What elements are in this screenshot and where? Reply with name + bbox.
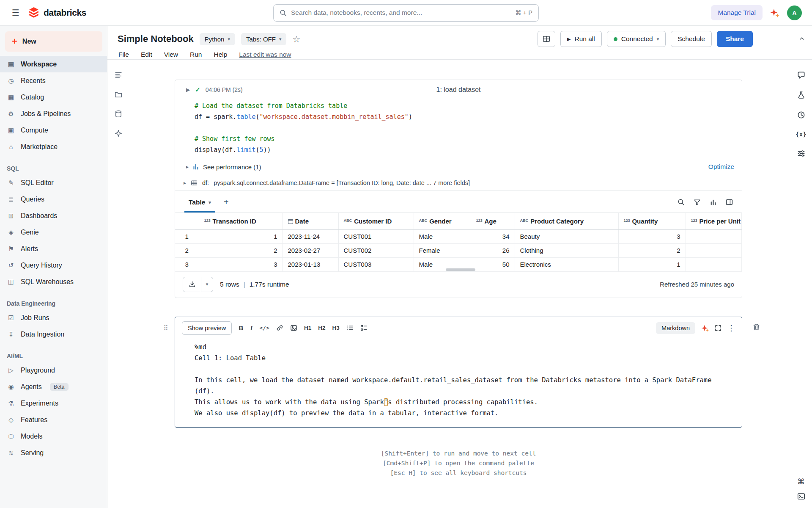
- assistant-sparkle-icon[interactable]: [770, 8, 779, 17]
- table-row[interactable]: 2 2 2023-02-27 CUST002: [175, 243, 742, 257]
- favorite-star-icon[interactable]: ☆: [292, 35, 300, 44]
- column-header[interactable]: 123Transaction ID: [199, 213, 283, 229]
- filter-button[interactable]: [690, 196, 704, 209]
- table-row[interactable]: 1 1 2023-11-24 CUST001: [175, 229, 742, 243]
- bullet-list-button[interactable]: [346, 324, 354, 331]
- drag-handle-icon[interactable]: ⠿: [163, 324, 168, 332]
- code-format-button[interactable]: </>: [260, 325, 269, 331]
- sidebar-item[interactable]: Dashboards: [0, 207, 107, 224]
- sidebar-item[interactable]: Recents: [0, 72, 107, 89]
- assistant-sparkle-icon[interactable]: [701, 324, 709, 332]
- tab-table[interactable]: Table ▾: [184, 195, 215, 213]
- search-results-button[interactable]: [674, 196, 688, 209]
- menu-item[interactable]: View: [164, 51, 178, 58]
- sidebar-item[interactable]: SQL Editor: [0, 174, 107, 191]
- italic-button[interactable]: I: [250, 324, 252, 332]
- sidebar-item[interactable]: Experiments: [0, 395, 107, 411]
- new-button[interactable]: + New: [5, 31, 102, 52]
- sidebar-item[interactable]: Job Runs: [0, 309, 107, 326]
- column-header[interactable]: ABCCustomer ID: [338, 213, 414, 229]
- horizontal-scrollbar[interactable]: [446, 268, 475, 271]
- sidebar-item[interactable]: Genie: [0, 224, 107, 240]
- column-header[interactable]: ABCGender: [414, 213, 471, 229]
- notebook-title[interactable]: Simple Notebook: [118, 33, 194, 44]
- version-history-button[interactable]: [797, 111, 805, 119]
- databricks-logo[interactable]: databricks: [28, 7, 86, 19]
- cell-mode-selector[interactable]: Markdown: [656, 322, 695, 334]
- collapse-panel-button[interactable]: [798, 35, 805, 42]
- sidebar-item[interactable]: Models: [0, 428, 107, 444]
- menu-item[interactable]: Run: [190, 51, 202, 58]
- sidebar-item[interactable]: SQL Warehouses: [0, 273, 107, 290]
- see-performance-row[interactable]: ▸ See performance (1) Optimize: [175, 161, 742, 175]
- download-options-button[interactable]: ▾: [201, 277, 213, 292]
- menu-item[interactable]: Help: [214, 51, 227, 58]
- folder-icon[interactable]: [115, 91, 122, 98]
- column-chart-button[interactable]: [706, 196, 720, 209]
- layout-view-button[interactable]: [538, 31, 555, 47]
- sidebar-item[interactable]: Queries: [0, 191, 107, 207]
- column-header[interactable]: 123Quantity: [618, 213, 686, 229]
- search-input[interactable]: [291, 9, 511, 17]
- heading1-button[interactable]: H1: [304, 325, 311, 331]
- cell-menu-button[interactable]: ⋮: [727, 323, 735, 333]
- link-button[interactable]: [276, 324, 283, 331]
- panel-layout-button[interactable]: [722, 196, 736, 209]
- menu-item[interactable]: File: [118, 51, 129, 58]
- comments-button[interactable]: [797, 71, 805, 79]
- sidebar-item[interactable]: Serving: [0, 444, 107, 461]
- column-header[interactable]: 123Price per Unit: [686, 213, 742, 229]
- assistant-icon[interactable]: [115, 130, 122, 137]
- sidebar-item[interactable]: Alerts: [0, 240, 107, 257]
- run-cell-button[interactable]: ▶: [186, 87, 190, 93]
- expand-cell-button[interactable]: [715, 325, 721, 331]
- cell-title[interactable]: 1: load dataset: [436, 86, 481, 94]
- environment-button[interactable]: [797, 149, 805, 157]
- user-avatar[interactable]: A: [787, 6, 802, 20]
- column-header[interactable]: ABCProduct Category: [515, 213, 618, 229]
- add-visualization-button[interactable]: +: [224, 197, 229, 210]
- last-edit-link[interactable]: Last edit was now: [239, 51, 291, 58]
- run-all-button[interactable]: ▶ Run all: [560, 31, 602, 47]
- heading3-button[interactable]: H3: [332, 325, 340, 331]
- bold-button[interactable]: B: [239, 324, 243, 332]
- column-header[interactable]: 123Age: [471, 213, 515, 229]
- sidebar-item[interactable]: Catalog: [0, 89, 107, 105]
- tabs-toggle[interactable]: Tabs: OFF ▾: [241, 33, 287, 45]
- sidebar-item[interactable]: Marketplace: [0, 138, 107, 155]
- terminal-panel-button[interactable]: [797, 492, 805, 500]
- task-list-button[interactable]: [360, 324, 368, 331]
- language-selector[interactable]: Python ▾: [200, 33, 235, 45]
- sidebar-item[interactable]: Workspace: [0, 56, 107, 72]
- show-preview-button[interactable]: Show preview: [182, 321, 232, 335]
- code-editor[interactable]: # Load the dataset from Databricks table…: [175, 99, 742, 161]
- global-search[interactable]: ⌘ + P: [273, 4, 539, 22]
- heading2-button[interactable]: H2: [318, 325, 325, 331]
- column-header[interactable]: Date: [283, 213, 338, 229]
- delete-cell-button[interactable]: [752, 323, 760, 331]
- catalog-icon[interactable]: [115, 110, 122, 118]
- sidebar-item[interactable]: Jobs & Pipelines: [0, 105, 107, 122]
- cluster-connect-button[interactable]: Connected ▾: [607, 31, 666, 47]
- schedule-button[interactable]: Schedule: [671, 31, 712, 47]
- menu-item[interactable]: Edit: [141, 51, 152, 58]
- sidebar-item[interactable]: Agents Beta: [0, 378, 107, 395]
- variables-button[interactable]: {x}: [796, 131, 806, 138]
- experiments-button[interactable]: [797, 91, 805, 99]
- keyboard-shortcuts-button[interactable]: ⌘: [797, 478, 805, 486]
- markdown-editor[interactable]: %md Cell 1: Load Table In this cell, we …: [175, 339, 742, 427]
- manage-trial-button[interactable]: Manage Trial: [711, 5, 763, 20]
- sidebar-item[interactable]: Data Ingestion: [0, 326, 107, 342]
- see-performance-label[interactable]: See performance (1): [203, 163, 261, 171]
- share-button[interactable]: Share: [717, 31, 753, 47]
- sidebar-item[interactable]: Query History: [0, 257, 107, 273]
- sidebar-item[interactable]: Features: [0, 411, 107, 428]
- hamburger-menu-icon[interactable]: ☰: [12, 8, 19, 18]
- optimize-link[interactable]: Optimize: [708, 163, 734, 171]
- dataframe-summary-row[interactable]: ▸ df: pyspark.sql.connect.dataframe.Data…: [175, 175, 742, 191]
- sidebar-item[interactable]: Compute: [0, 122, 107, 138]
- table-of-contents-icon[interactable]: [115, 71, 122, 79]
- sidebar-item[interactable]: Playground: [0, 362, 107, 378]
- image-button[interactable]: [290, 324, 297, 331]
- download-results-button[interactable]: [183, 277, 201, 292]
